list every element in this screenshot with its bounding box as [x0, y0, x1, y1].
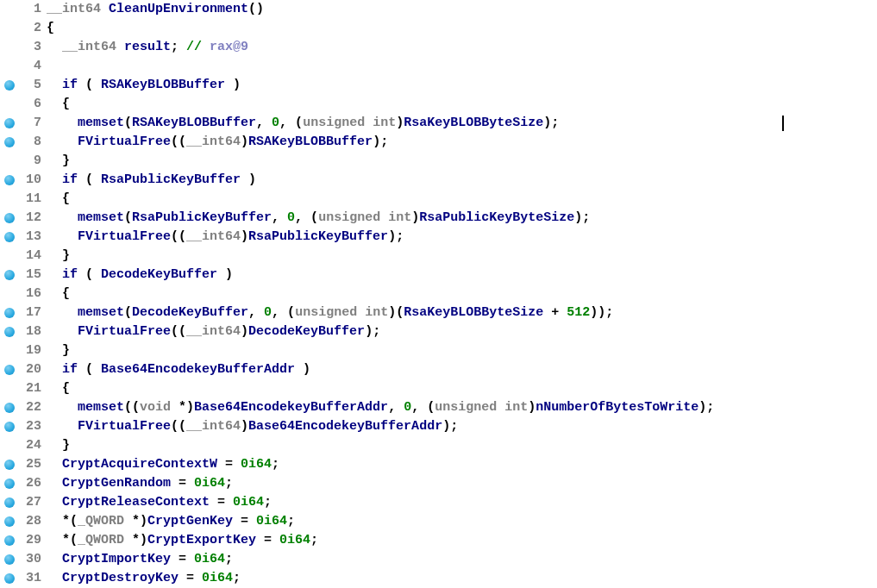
code-line[interactable]: 5 if ( RSAKeyBLOBBuffer ) — [0, 76, 877, 95]
breakpoint-icon[interactable] — [4, 497, 15, 508]
breakpoint-icon[interactable] — [4, 535, 15, 546]
breakpoint-gutter[interactable] — [0, 137, 19, 147]
code-line[interactable]: 16 { — [0, 285, 877, 303]
code-line[interactable]: 19 } — [0, 341, 877, 360]
code-line[interactable]: 18 FVirtualFree((__int64)DecodeKeyBuffer… — [0, 322, 877, 341]
breakpoint-gutter[interactable] — [0, 460, 19, 470]
code-line[interactable]: 3 __int64 result; // rax@9 — [0, 38, 877, 57]
breakpoint-gutter[interactable] — [0, 497, 19, 508]
code-editor[interactable]: 1__int64 CleanUpEnvironment()2{3 __int64… — [0, 0, 877, 588]
code-content[interactable]: CryptDestroyKey = 0i64; — [43, 569, 241, 588]
code-content[interactable]: { — [43, 379, 70, 398]
code-content[interactable]: FVirtualFree((__int64)Base64EncodekeyBuf… — [43, 417, 458, 436]
breakpoint-icon[interactable] — [4, 327, 15, 337]
breakpoint-gutter[interactable] — [0, 175, 19, 185]
code-line[interactable]: 24 } — [0, 436, 877, 455]
breakpoint-icon[interactable] — [4, 573, 15, 584]
code-line[interactable]: 30 CryptImportKey = 0i64; — [0, 550, 877, 569]
breakpoint-icon[interactable] — [4, 516, 15, 527]
code-line[interactable]: 12 memset(RsaPublicKeyBuffer, 0, (unsign… — [0, 209, 877, 228]
code-content[interactable]: } — [43, 436, 70, 455]
code-line[interactable]: 7 memset(RSAKeyBLOBBuffer, 0, (unsigned … — [0, 114, 877, 133]
code-content[interactable]: { — [43, 285, 70, 303]
code-line[interactable]: 27 CryptReleaseContext = 0i64; — [0, 493, 877, 512]
code-content[interactable]: if ( RsaPublicKeyBuffer ) — [43, 171, 256, 190]
breakpoint-gutter[interactable] — [0, 554, 19, 565]
breakpoint-icon[interactable] — [4, 175, 15, 185]
code-content[interactable]: if ( Base64EncodekeyBufferAddr ) — [43, 360, 310, 379]
code-line[interactable]: 26 CryptGenRandom = 0i64; — [0, 474, 877, 493]
code-line[interactable]: 25 CryptAcquireContextW = 0i64; — [0, 455, 877, 474]
code-content[interactable]: *(_QWORD *)CryptGenKey = 0i64; — [43, 512, 295, 531]
code-content[interactable]: __int64 CleanUpEnvironment() — [43, 0, 264, 19]
breakpoint-icon[interactable] — [4, 232, 15, 242]
code-content[interactable]: memset((void *)Base64EncodekeyBufferAddr… — [43, 398, 714, 417]
breakpoint-icon[interactable] — [4, 137, 15, 147]
code-line[interactable]: 4 — [0, 57, 877, 76]
code-content[interactable]: { — [43, 95, 70, 114]
code-line[interactable]: 2{ — [0, 19, 877, 38]
code-content[interactable]: FVirtualFree((__int64)DecodeKeyBuffer); — [43, 322, 380, 341]
breakpoint-gutter[interactable] — [0, 365, 19, 375]
code-line[interactable]: 6 { — [0, 95, 877, 114]
code-line[interactable]: 23 FVirtualFree((__int64)Base64Encodekey… — [0, 417, 877, 436]
breakpoint-gutter[interactable] — [0, 535, 19, 546]
code-content[interactable]: } — [43, 152, 70, 171]
code-line[interactable]: 13 FVirtualFree((__int64)RsaPublicKeyBuf… — [0, 228, 877, 247]
breakpoint-icon[interactable] — [4, 554, 15, 565]
breakpoint-gutter[interactable] — [0, 213, 19, 223]
code-line[interactable]: 31 CryptDestroyKey = 0i64; — [0, 569, 877, 588]
breakpoint-icon[interactable] — [4, 365, 15, 375]
code-line[interactable]: 9 } — [0, 152, 877, 171]
code-content[interactable]: { — [43, 190, 70, 209]
breakpoint-gutter[interactable] — [0, 516, 19, 527]
breakpoint-gutter[interactable] — [0, 479, 19, 489]
breakpoint-icon[interactable] — [4, 403, 15, 413]
code-line[interactable]: 22 memset((void *)Base64EncodekeyBufferA… — [0, 398, 877, 417]
code-content[interactable]: *(_QWORD *)CryptExportKey = 0i64; — [43, 531, 318, 550]
breakpoint-icon[interactable] — [4, 422, 15, 432]
breakpoint-icon[interactable] — [4, 460, 15, 470]
breakpoint-gutter[interactable] — [0, 232, 19, 242]
code-content[interactable]: memset(DecodeKeyBuffer, 0, (unsigned int… — [43, 303, 613, 322]
breakpoint-icon[interactable] — [4, 118, 15, 128]
code-line[interactable]: 21 { — [0, 379, 877, 398]
code-line[interactable]: 15 if ( DecodeKeyBuffer ) — [0, 266, 877, 285]
breakpoint-icon[interactable] — [4, 308, 15, 318]
code-content[interactable]: { — [43, 19, 54, 38]
code-line[interactable]: 14 } — [0, 247, 877, 266]
code-content[interactable]: CryptReleaseContext = 0i64; — [43, 493, 272, 512]
code-content[interactable]: if ( RSAKeyBLOBBuffer ) — [43, 76, 241, 95]
code-line[interactable]: 20 if ( Base64EncodekeyBufferAddr ) — [0, 360, 877, 379]
code-line[interactable]: 28 *(_QWORD *)CryptGenKey = 0i64; — [0, 512, 877, 531]
breakpoint-icon[interactable] — [4, 270, 15, 280]
code-content[interactable]: __int64 result; // rax@9 — [43, 38, 248, 57]
breakpoint-gutter[interactable] — [0, 308, 19, 318]
breakpoint-gutter[interactable] — [0, 403, 19, 413]
breakpoint-gutter[interactable] — [0, 422, 19, 432]
code-content[interactable]: CryptAcquireContextW = 0i64; — [43, 455, 279, 474]
breakpoint-icon[interactable] — [4, 479, 15, 489]
breakpoint-icon[interactable] — [4, 213, 15, 223]
code-line[interactable]: 17 memset(DecodeKeyBuffer, 0, (unsigned … — [0, 303, 877, 322]
breakpoint-icon[interactable] — [4, 80, 15, 91]
code-content[interactable]: if ( DecodeKeyBuffer ) — [43, 266, 233, 285]
breakpoint-gutter[interactable] — [0, 270, 19, 280]
code-line[interactable]: 8 FVirtualFree((__int64)RSAKeyBLOBBuffer… — [0, 133, 877, 152]
breakpoint-gutter[interactable] — [0, 327, 19, 337]
breakpoint-gutter[interactable] — [0, 573, 19, 584]
code-content[interactable]: CryptImportKey = 0i64; — [43, 550, 233, 569]
code-line[interactable]: 10 if ( RsaPublicKeyBuffer ) — [0, 171, 877, 190]
code-content[interactable]: FVirtualFree((__int64)RSAKeyBLOBBuffer); — [43, 133, 388, 152]
code-content[interactable]: FVirtualFree((__int64)RsaPublicKeyBuffer… — [43, 228, 404, 247]
code-content[interactable]: } — [43, 341, 70, 360]
code-content[interactable]: memset(RsaPublicKeyBuffer, 0, (unsigned … — [43, 209, 590, 228]
code-line[interactable]: 1__int64 CleanUpEnvironment() — [0, 0, 877, 19]
code-content[interactable]: CryptGenRandom = 0i64; — [43, 474, 233, 493]
code-line[interactable]: 11 { — [0, 190, 877, 209]
code-content[interactable]: memset(RSAKeyBLOBBuffer, 0, (unsigned in… — [43, 114, 559, 133]
breakpoint-gutter[interactable] — [0, 118, 19, 128]
breakpoint-gutter[interactable] — [0, 80, 19, 91]
code-line[interactable]: 29 *(_QWORD *)CryptExportKey = 0i64; — [0, 531, 877, 550]
code-content[interactable]: } — [43, 247, 70, 266]
